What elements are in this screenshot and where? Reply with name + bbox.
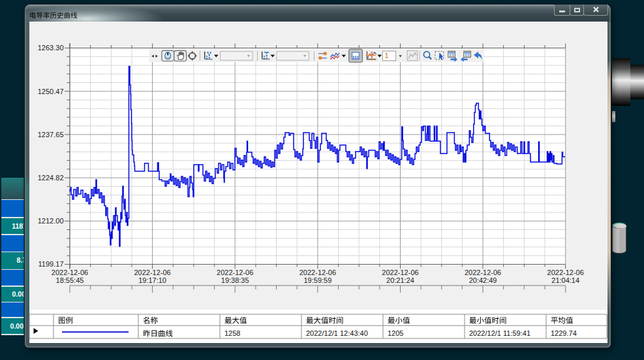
svg-text:1224.82: 1224.82 <box>38 174 64 182</box>
svg-text:1199.17: 1199.17 <box>38 260 64 268</box>
svg-text:20:42:49: 20:42:49 <box>469 276 497 284</box>
svg-text:20:21:24: 20:21:24 <box>386 276 414 284</box>
svg-text:2022-12-06: 2022-12-06 <box>547 269 584 276</box>
svg-text:2022-12-06: 2022-12-06 <box>52 269 88 276</box>
svg-text:2022-12-06: 2022-12-06 <box>465 269 501 276</box>
svg-text:1229.74: 1229.74 <box>551 329 577 337</box>
svg-text:1258: 1258 <box>224 329 240 337</box>
svg-text:2022/12/1 12:43:40: 2022/12/1 12:43:40 <box>306 329 368 337</box>
svg-text:1237.65: 1237.65 <box>38 131 64 139</box>
svg-text:2022/12/1 11:59:41: 2022/12/1 11:59:41 <box>469 329 530 337</box>
svg-text:19:59:59: 19:59:59 <box>303 276 331 284</box>
svg-text:2022-12-06: 2022-12-06 <box>134 269 170 276</box>
svg-text:21:04:14: 21:04:14 <box>551 276 579 284</box>
svg-text:18:55:45: 18:55:45 <box>56 276 84 284</box>
svg-text:2022-12-06: 2022-12-06 <box>217 269 253 276</box>
svg-text:1205: 1205 <box>388 329 403 337</box>
svg-text:2022-12-06: 2022-12-06 <box>299 269 336 276</box>
svg-text:1250.47: 1250.47 <box>38 88 64 95</box>
svg-text:19:38:35: 19:38:35 <box>221 276 249 284</box>
svg-text:1212.00: 1212.00 <box>38 217 64 225</box>
svg-text:1: 1 <box>385 52 389 59</box>
svg-text:1263.30: 1263.30 <box>38 44 64 52</box>
svg-text:19:17:10: 19:17:10 <box>138 276 166 284</box>
svg-text:2022-12-06: 2022-12-06 <box>382 269 418 276</box>
